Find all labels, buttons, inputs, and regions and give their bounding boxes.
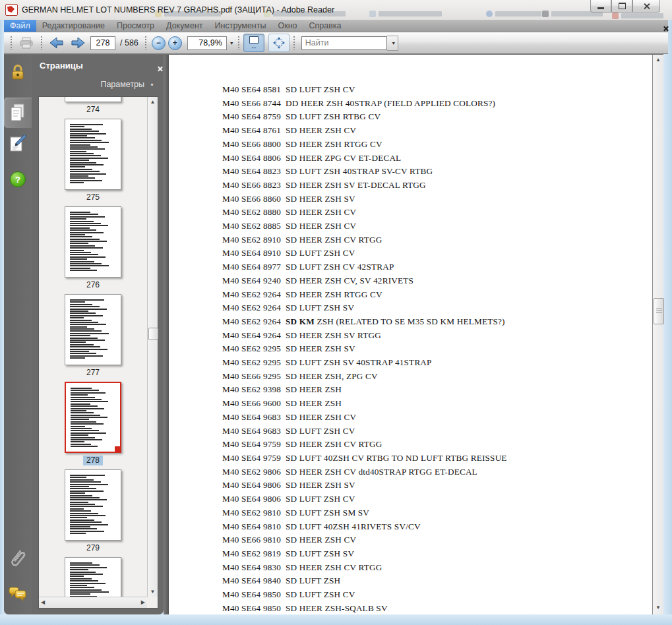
fit-page-button[interactable] <box>268 34 290 52</box>
menu-view[interactable]: Просмотр <box>111 20 160 32</box>
thumbnail-text-lines <box>70 299 117 361</box>
toolbar-grip[interactable] <box>10 36 13 50</box>
thumbnail-text-lines <box>70 475 117 536</box>
zoom-level-value: 78,9% <box>199 38 222 47</box>
find-options-dropdown[interactable]: ▼ <box>387 36 398 51</box>
main-region: ? Стран <box>4 54 663 614</box>
document-text-line: M40 SE64 8581 SD LUFT ZSH CV <box>222 83 652 97</box>
pages-panel-tab[interactable] <box>4 98 32 128</box>
down-arrow-icon: ▼ <box>656 605 661 610</box>
find-input[interactable] <box>301 36 387 50</box>
background-window-ghost <box>612 12 663 20</box>
toolbar-grip[interactable] <box>144 36 147 50</box>
down-arrow-icon: ▼ <box>150 589 156 595</box>
next-page-button[interactable] <box>67 34 88 52</box>
thumbnails-horizontal-scrollbar[interactable]: ◀ ▶ <box>39 597 147 608</box>
thumbnail-text-lines <box>70 124 117 185</box>
maximize-button[interactable] <box>611 0 632 13</box>
thumbnail-item: 280 <box>65 557 121 597</box>
panel-options-dropdown[interactable]: Параметры ▼ <box>32 71 164 89</box>
page-thumbnail[interactable] <box>65 469 121 541</box>
pages-panel-title: Страницы <box>40 61 83 71</box>
attachments-panel-button[interactable] <box>9 547 26 572</box>
document-text-line: M40 SE66 9810 SD HEER ZSH CV <box>222 533 652 547</box>
help-icon: ? <box>15 175 20 185</box>
zoom-in-button[interactable]: + <box>168 36 182 50</box>
page-thumbnail[interactable] <box>65 206 121 278</box>
print-button[interactable] <box>16 34 37 52</box>
background-window-ghost <box>369 10 442 18</box>
page-thumbnail[interactable] <box>65 557 121 597</box>
menu-file[interactable]: Файл <box>4 20 36 32</box>
scrolling-mode-button[interactable]: ↔ <box>243 34 264 52</box>
document-lines: M40 SE64 8581 SD LUFT ZSH CVM40 SE66 874… <box>169 55 652 614</box>
toolbar-grip[interactable] <box>40 36 43 50</box>
page-thumbnail[interactable] <box>65 382 121 453</box>
panel-splitter[interactable] <box>164 55 169 614</box>
document-text-line: M40 SE64 9759 SD HEER ZSH CV RTGG <box>222 438 652 452</box>
document-text-line: M40 SE66 8744 DD HEER ZSH 40STRAP (FIELD… <box>222 97 652 111</box>
navigation-rail: ? <box>4 55 32 614</box>
scroll-left-button[interactable]: ◀ <box>41 600 45 605</box>
zoom-out-button[interactable]: − <box>152 36 166 50</box>
menu-help[interactable]: Справка <box>303 20 348 32</box>
fit-page-icon <box>273 37 285 49</box>
document-text-line: M40 SE64 9850 SD HEER ZSH-SQALB SV <box>222 602 652 614</box>
menu-window[interactable]: Окно <box>272 20 303 32</box>
thumbnail-item: 276 <box>65 206 121 290</box>
scrollbar-thumb[interactable] <box>148 328 158 340</box>
comments-panel-button[interactable] <box>8 585 28 605</box>
previous-page-button[interactable] <box>46 34 67 52</box>
document-text-line: M40 SE62 9398 SD HEER ZSH <box>222 383 652 397</box>
toolbar-grip[interactable] <box>293 36 295 50</box>
thumbnails-pane: 274275276277278279280 ▲ ▼ ◀ ▶ <box>38 96 158 609</box>
document-text-line: M40 SE62 9810 SD LUFT ZSH SM SV <box>222 506 652 520</box>
zoom-dropdown-caret-icon[interactable]: ▼ <box>229 41 234 45</box>
sign-panel-button[interactable] <box>9 133 27 156</box>
page-thumbnail[interactable] <box>65 97 121 102</box>
page-thumbnail[interactable] <box>65 119 121 190</box>
page-thumbnail[interactable] <box>65 294 121 365</box>
right-arrow-icon: ▶ <box>141 600 145 605</box>
help-button[interactable]: ? <box>10 171 26 187</box>
document-page[interactable]: M40 SE64 8581 SD LUFT ZSH CVM40 SE66 874… <box>169 55 652 614</box>
scroll-right-button[interactable]: ▶ <box>141 600 145 605</box>
thumbnails-vertical-scrollbar[interactable]: ▲ ▼ <box>147 97 158 597</box>
scroll-up-button[interactable]: ▲ <box>653 55 663 65</box>
close-icon <box>643 3 650 10</box>
page-total-label: / 586 <box>120 38 138 47</box>
toolbar-grip[interactable] <box>237 36 240 50</box>
horizontal-arrows-icon: ↔ <box>251 44 257 49</box>
document-text-line: M40 SE64 9683 SD LUFT ZSH CV <box>222 425 652 438</box>
scroll-up-button[interactable]: ▲ <box>148 97 158 107</box>
menu-edit[interactable]: Редактирование <box>36 20 111 32</box>
minimize-button[interactable] <box>590 0 611 13</box>
thumbnail-page-label: 277 <box>83 368 103 378</box>
thumbnail-text-lines <box>71 388 116 448</box>
window-frame-bottom <box>0 614 672 625</box>
minimize-icon <box>597 7 604 9</box>
background-window-ghost <box>486 10 541 18</box>
menu-document[interactable]: Документ <box>160 20 208 32</box>
document-text-line: M40 SE64 8759 SD LUFT ZSH RTBG CV <box>222 110 652 124</box>
printer-icon <box>19 37 34 49</box>
selection-corner-marker <box>115 446 120 452</box>
up-arrow-icon: ▲ <box>150 100 156 105</box>
document-text-line: M40 SE64 8823 SD LUFT ZSH 40STRAP SV-CV … <box>222 165 652 179</box>
scroll-down-button[interactable]: ▼ <box>653 603 663 613</box>
page-number-input[interactable] <box>90 36 115 50</box>
scrollbar-thumb[interactable] <box>654 298 664 324</box>
zoom-level-dropdown[interactable]: 78,9% <box>187 36 227 50</box>
menu-bar: Файл Редактирование Просмотр Документ Ин… <box>4 20 668 32</box>
left-arrow-icon: ◀ <box>41 600 45 605</box>
document-vertical-scrollbar[interactable]: ▲ ▼ <box>652 55 663 614</box>
scroll-down-button[interactable]: ▼ <box>148 587 158 597</box>
menu-tools[interactable]: Инструменты <box>209 20 272 32</box>
document-text-line: M40 SE64 8977 SD LUFT ZSH CV 42STRAP <box>222 260 652 274</box>
thumbnail-page-label: 278 <box>83 456 103 465</box>
thumbnail-item: 278 <box>65 382 121 465</box>
document-text-line: M40 SE66 9600 SD HEER ZSH <box>222 397 652 411</box>
close-window-button[interactable] <box>632 0 660 13</box>
security-lock-button[interactable] <box>10 63 26 83</box>
document-text-line: M40 SE64 9810 SD LUFT 40ZSH 41RIVETS SV/… <box>222 520 652 534</box>
